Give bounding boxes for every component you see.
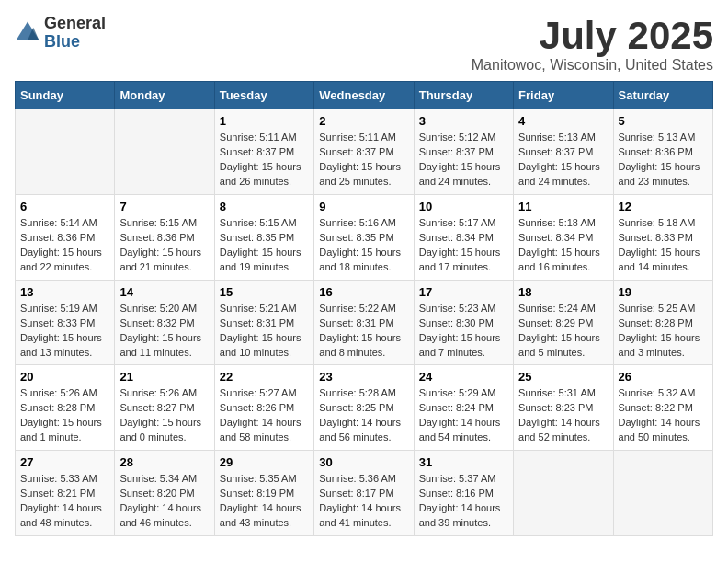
day-info: Sunrise: 5:14 AMSunset: 8:36 PMDaylight:… xyxy=(20,216,109,275)
logo: General Blue xyxy=(15,15,106,52)
location-title: Manitowoc, Wisconsin, United States xyxy=(472,57,713,74)
day-number: 17 xyxy=(419,285,508,299)
day-number: 29 xyxy=(220,455,309,469)
day-info: Sunrise: 5:29 AMSunset: 8:24 PMDaylight:… xyxy=(419,386,508,445)
day-number: 15 xyxy=(220,285,309,299)
calendar-cell xyxy=(16,109,115,195)
header-thursday: Thursday xyxy=(414,82,513,109)
day-info: Sunrise: 5:35 AMSunset: 8:19 PMDaylight:… xyxy=(220,472,309,531)
day-number: 5 xyxy=(619,114,708,128)
calendar-cell: 3Sunrise: 5:12 AMSunset: 8:37 PMDaylight… xyxy=(414,109,513,195)
day-info: Sunrise: 5:18 AMSunset: 8:34 PMDaylight:… xyxy=(518,216,608,275)
header-saturday: Saturday xyxy=(613,82,712,109)
day-number: 2 xyxy=(319,114,408,128)
calendar-cell: 20Sunrise: 5:26 AMSunset: 8:28 PMDayligh… xyxy=(16,365,115,451)
calendar-header-row: SundayMondayTuesdayWednesdayThursdayFrid… xyxy=(16,82,713,109)
calendar-cell: 25Sunrise: 5:31 AMSunset: 8:23 PMDayligh… xyxy=(514,365,613,451)
header-tuesday: Tuesday xyxy=(214,82,313,109)
calendar-cell: 26Sunrise: 5:32 AMSunset: 8:22 PMDayligh… xyxy=(613,365,712,451)
day-info: Sunrise: 5:26 AMSunset: 8:27 PMDaylight:… xyxy=(119,386,209,445)
logo-blue-text: Blue xyxy=(44,33,106,52)
calendar-cell: 4Sunrise: 5:13 AMSunset: 8:37 PMDaylight… xyxy=(514,109,613,195)
calendar-week-row: 27Sunrise: 5:33 AMSunset: 8:21 PMDayligh… xyxy=(16,451,713,536)
day-number: 22 xyxy=(220,370,309,384)
day-info: Sunrise: 5:16 AMSunset: 8:35 PMDaylight:… xyxy=(319,216,408,275)
calendar-cell: 19Sunrise: 5:25 AMSunset: 8:28 PMDayligh… xyxy=(613,280,712,365)
day-info: Sunrise: 5:17 AMSunset: 8:34 PMDaylight:… xyxy=(419,216,508,275)
calendar-table: SundayMondayTuesdayWednesdayThursdayFrid… xyxy=(15,81,713,536)
day-info: Sunrise: 5:12 AMSunset: 8:37 PMDaylight:… xyxy=(419,131,508,190)
day-number: 25 xyxy=(518,370,608,384)
calendar-week-row: 1Sunrise: 5:11 AMSunset: 8:37 PMDaylight… xyxy=(16,109,713,195)
calendar-cell: 15Sunrise: 5:21 AMSunset: 8:31 PMDayligh… xyxy=(214,280,313,365)
day-info: Sunrise: 5:22 AMSunset: 8:31 PMDaylight:… xyxy=(319,302,408,361)
page-header: General Blue July 2025 Manitowoc, Wiscon… xyxy=(15,15,713,74)
day-info: Sunrise: 5:34 AMSunset: 8:20 PMDaylight:… xyxy=(119,472,209,531)
calendar-cell: 22Sunrise: 5:27 AMSunset: 8:26 PMDayligh… xyxy=(214,365,313,451)
day-info: Sunrise: 5:13 AMSunset: 8:37 PMDaylight:… xyxy=(518,131,608,190)
header-monday: Monday xyxy=(115,82,214,109)
day-number: 9 xyxy=(319,200,408,213)
day-number: 12 xyxy=(619,200,708,213)
day-info: Sunrise: 5:33 AMSunset: 8:21 PMDaylight:… xyxy=(20,472,109,531)
month-title: July 2025 xyxy=(472,15,713,57)
day-info: Sunrise: 5:24 AMSunset: 8:29 PMDaylight:… xyxy=(518,302,608,361)
calendar-cell: 29Sunrise: 5:35 AMSunset: 8:19 PMDayligh… xyxy=(214,451,313,536)
calendar-cell xyxy=(115,109,214,195)
day-info: Sunrise: 5:31 AMSunset: 8:23 PMDaylight:… xyxy=(518,386,608,445)
calendar-cell: 21Sunrise: 5:26 AMSunset: 8:27 PMDayligh… xyxy=(115,365,214,451)
calendar-cell: 11Sunrise: 5:18 AMSunset: 8:34 PMDayligh… xyxy=(514,194,613,280)
day-info: Sunrise: 5:18 AMSunset: 8:33 PMDaylight:… xyxy=(619,216,708,275)
day-info: Sunrise: 5:11 AMSunset: 8:37 PMDaylight:… xyxy=(319,131,408,190)
calendar-cell: 16Sunrise: 5:22 AMSunset: 8:31 PMDayligh… xyxy=(314,280,414,365)
day-number: 18 xyxy=(518,285,608,299)
day-info: Sunrise: 5:21 AMSunset: 8:31 PMDaylight:… xyxy=(220,302,309,361)
header-friday: Friday xyxy=(514,82,613,109)
day-number: 20 xyxy=(20,370,109,384)
calendar-week-row: 6Sunrise: 5:14 AMSunset: 8:36 PMDaylight… xyxy=(16,194,713,280)
calendar-cell: 10Sunrise: 5:17 AMSunset: 8:34 PMDayligh… xyxy=(414,194,513,280)
day-number: 14 xyxy=(119,285,209,299)
day-number: 30 xyxy=(319,455,408,469)
day-info: Sunrise: 5:25 AMSunset: 8:28 PMDaylight:… xyxy=(619,302,708,361)
calendar-cell: 13Sunrise: 5:19 AMSunset: 8:33 PMDayligh… xyxy=(16,280,115,365)
calendar-cell: 6Sunrise: 5:14 AMSunset: 8:36 PMDaylight… xyxy=(16,194,115,280)
day-number: 4 xyxy=(518,114,608,128)
day-info: Sunrise: 5:20 AMSunset: 8:32 PMDaylight:… xyxy=(119,302,209,361)
day-info: Sunrise: 5:26 AMSunset: 8:28 PMDaylight:… xyxy=(20,386,109,445)
calendar-week-row: 20Sunrise: 5:26 AMSunset: 8:28 PMDayligh… xyxy=(16,365,713,451)
day-info: Sunrise: 5:15 AMSunset: 8:35 PMDaylight:… xyxy=(220,216,309,275)
logo-icon xyxy=(15,20,40,46)
day-number: 28 xyxy=(119,455,209,469)
calendar-cell: 31Sunrise: 5:37 AMSunset: 8:16 PMDayligh… xyxy=(414,451,513,536)
day-number: 7 xyxy=(119,200,209,213)
day-number: 11 xyxy=(518,200,608,213)
day-number: 19 xyxy=(619,285,708,299)
day-number: 23 xyxy=(319,370,408,384)
header-wednesday: Wednesday xyxy=(314,82,414,109)
day-number: 16 xyxy=(319,285,408,299)
day-number: 1 xyxy=(220,114,309,128)
day-number: 13 xyxy=(20,285,109,299)
day-info: Sunrise: 5:36 AMSunset: 8:17 PMDaylight:… xyxy=(319,472,408,531)
calendar-cell: 18Sunrise: 5:24 AMSunset: 8:29 PMDayligh… xyxy=(514,280,613,365)
day-info: Sunrise: 5:11 AMSunset: 8:37 PMDaylight:… xyxy=(220,131,309,190)
calendar-cell: 23Sunrise: 5:28 AMSunset: 8:25 PMDayligh… xyxy=(314,365,414,451)
day-info: Sunrise: 5:19 AMSunset: 8:33 PMDaylight:… xyxy=(20,302,109,361)
day-number: 27 xyxy=(20,455,109,469)
day-info: Sunrise: 5:13 AMSunset: 8:36 PMDaylight:… xyxy=(619,131,708,190)
calendar-cell: 9Sunrise: 5:16 AMSunset: 8:35 PMDaylight… xyxy=(314,194,414,280)
day-number: 8 xyxy=(220,200,309,213)
day-info: Sunrise: 5:32 AMSunset: 8:22 PMDaylight:… xyxy=(619,386,708,445)
day-number: 3 xyxy=(419,114,508,128)
calendar-cell: 27Sunrise: 5:33 AMSunset: 8:21 PMDayligh… xyxy=(16,451,115,536)
calendar-cell: 30Sunrise: 5:36 AMSunset: 8:17 PMDayligh… xyxy=(314,451,414,536)
calendar-cell: 1Sunrise: 5:11 AMSunset: 8:37 PMDaylight… xyxy=(214,109,313,195)
logo-general-text: General xyxy=(44,15,106,33)
calendar-cell xyxy=(514,451,613,536)
header-sunday: Sunday xyxy=(16,82,115,109)
day-info: Sunrise: 5:15 AMSunset: 8:36 PMDaylight:… xyxy=(119,216,209,275)
calendar-cell xyxy=(613,451,712,536)
calendar-cell: 14Sunrise: 5:20 AMSunset: 8:32 PMDayligh… xyxy=(115,280,214,365)
calendar-cell: 7Sunrise: 5:15 AMSunset: 8:36 PMDaylight… xyxy=(115,194,214,280)
